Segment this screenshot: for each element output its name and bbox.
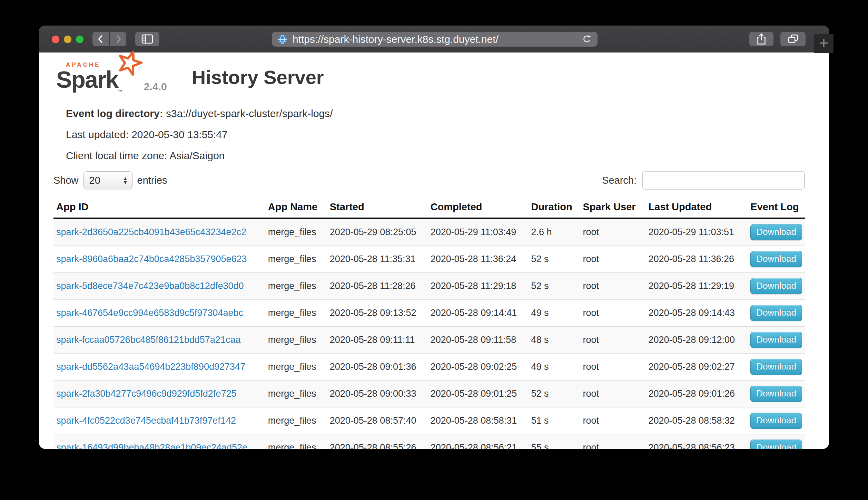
spark-user-cell: root	[580, 300, 646, 327]
duration-cell: 52 s	[529, 381, 580, 407]
completed-cell: 2020-05-28 11:36:24	[428, 246, 529, 273]
table-row: spark-dd5562a43aa54694b223bf890d927347 m…	[53, 354, 805, 381]
safari-window: https://spark-history-server.k8s.stg.duy…	[39, 26, 829, 449]
last-updated-cell: 2020-05-28 09:12:00	[645, 327, 748, 354]
app-id-link[interactable]: spark-16493d99beba48b28ae1b09ec24ad52e	[56, 442, 247, 449]
history-table: App ID App Name Started Completed Durati…	[53, 198, 805, 449]
app-name-cell: merge_files	[265, 273, 327, 300]
chevron-left-icon	[96, 34, 106, 44]
tab-overview-button[interactable]	[780, 32, 806, 46]
page-size-select[interactable]: 20 ▲▼	[83, 171, 132, 189]
download-button[interactable]: Download	[750, 305, 802, 321]
download-button[interactable]: Download	[750, 440, 802, 449]
started-cell: 2020-05-28 09:01:36	[327, 354, 428, 381]
app-name-cell: merge_files	[265, 354, 327, 381]
app-name-cell: merge_files	[265, 246, 327, 273]
zoom-button[interactable]	[76, 36, 83, 43]
duration-cell: 51 s	[529, 407, 580, 434]
app-name-cell: merge_files	[265, 381, 327, 407]
started-cell: 2020-05-28 09:13:52	[327, 300, 428, 327]
table-row: spark-4fc0522cd3e745ecbaf41b73f97ef142 m…	[53, 407, 805, 434]
duration-cell: 49 s	[529, 300, 580, 327]
forward-button[interactable]	[110, 32, 126, 46]
download-button[interactable]: Download	[750, 359, 802, 375]
app-id-link[interactable]: spark-dd5562a43aa54694b223bf890d927347	[56, 362, 245, 372]
column-header-spark-user[interactable]: Spark User	[580, 198, 646, 218]
reload-icon[interactable]	[582, 34, 592, 45]
search-label: Search:	[602, 175, 637, 186]
duration-cell: 49 s	[529, 354, 580, 381]
search-input[interactable]	[642, 171, 805, 190]
table-row: spark-2d3650a225cb4091b43e65c43234e2c2 m…	[53, 218, 805, 246]
started-cell: 2020-05-29 08:25:05	[327, 218, 428, 246]
share-button[interactable]	[749, 32, 773, 46]
last-updated-cell: 2020-05-28 09:01:26	[645, 381, 748, 407]
page-size-value: 20	[89, 175, 123, 186]
last-updated-cell: 2020-05-28 08:56:23	[645, 434, 748, 449]
client-timezone: Client local time zone: Asia/Saigon	[66, 150, 805, 162]
close-button[interactable]	[52, 36, 59, 43]
completed-cell: 2020-05-28 08:56:21	[428, 434, 529, 449]
started-cell: 2020-05-28 11:35:31	[327, 246, 428, 273]
completed-cell: 2020-05-28 11:29:18	[428, 273, 529, 300]
column-header-last-updated[interactable]: Last Updated	[645, 198, 748, 218]
download-button[interactable]: Download	[750, 251, 802, 267]
completed-cell: 2020-05-28 09:11:58	[428, 327, 529, 354]
column-header-completed[interactable]: Completed	[428, 198, 529, 218]
safari-toolbar: https://spark-history-server.k8s.stg.duy…	[39, 26, 829, 52]
spark-user-cell: root	[580, 273, 646, 300]
minimize-button[interactable]	[64, 36, 71, 43]
window-controls	[52, 36, 83, 43]
last-updated-cell: 2020-05-28 11:36:26	[645, 246, 748, 273]
app-name-cell: merge_files	[265, 327, 327, 354]
page-content: APACHE Spark™ 2.4.0 History Server Event…	[39, 58, 829, 449]
download-button[interactable]: Download	[750, 386, 802, 402]
back-button[interactable]	[92, 32, 109, 46]
started-cell: 2020-05-28 09:11:11	[327, 327, 428, 354]
column-header-event-log[interactable]: Event Log	[748, 198, 805, 218]
tabs-icon	[787, 34, 799, 44]
address-bar[interactable]: https://spark-history-server.k8s.stg.duy…	[272, 32, 598, 47]
app-id-link[interactable]: spark-fccaa05726bc485f86121bdd57a21caa	[56, 335, 240, 345]
app-id-link[interactable]: spark-2fa30b4277c9496c9d929fd5fd2fe725	[56, 388, 236, 399]
column-header-started[interactable]: Started	[327, 198, 428, 218]
spark-user-cell: root	[580, 354, 646, 381]
last-updated-cell: 2020-05-29 11:03:51	[645, 218, 748, 246]
last-updated-cell: 2020-05-28 09:02:27	[645, 354, 748, 381]
table-row: spark-fccaa05726bc485f86121bdd57a21caa m…	[53, 327, 805, 354]
app-name-cell: merge_files	[265, 434, 327, 449]
globe-favicon	[277, 34, 288, 45]
column-header-duration[interactable]: Duration	[529, 198, 580, 218]
spark-version: 2.4.0	[144, 81, 167, 93]
sidebar-button[interactable]	[135, 32, 159, 46]
app-id-link[interactable]: spark-467654e9cc994e6583d9c5f97304aebc	[56, 308, 243, 318]
last-updated: Last updated: 2020-05-30 13:55:47	[66, 129, 805, 141]
column-header-app-name[interactable]: App Name	[265, 198, 327, 218]
entries-label: entries	[137, 175, 167, 186]
share-icon	[756, 33, 767, 45]
page-header: APACHE Spark™ 2.4.0 History Server	[53, 58, 805, 96]
download-button[interactable]: Download	[750, 332, 802, 348]
table-header: App ID App Name Started Completed Durati…	[53, 198, 805, 218]
started-cell: 2020-05-28 11:28:26	[327, 273, 428, 300]
spark-user-cell: root	[580, 381, 646, 407]
duration-cell: 52 s	[529, 273, 580, 300]
download-button[interactable]: Download	[750, 278, 802, 294]
page-size-control: Show 20 ▲▼ entries	[53, 171, 167, 189]
app-id-link[interactable]: spark-5d8ece734e7c423e9ba0b8c12dfe30d0	[56, 281, 244, 291]
duration-cell: 55 s	[529, 434, 580, 449]
completed-cell: 2020-05-28 09:01:25	[428, 381, 529, 407]
column-header-app-id[interactable]: App ID	[53, 198, 265, 218]
spark-user-cell: root	[580, 407, 646, 434]
background-new-tab-button[interactable]: +	[814, 34, 834, 53]
started-cell: 2020-05-28 08:57:40	[327, 407, 428, 434]
download-button[interactable]: Download	[750, 224, 802, 240]
sidebar-icon	[141, 34, 154, 44]
app-id-link[interactable]: spark-8960a6baa2c74b0ca4285b357905e623	[56, 254, 247, 264]
download-button[interactable]: Download	[750, 413, 802, 429]
table-row: spark-2fa30b4277c9496c9d929fd5fd2fe725 m…	[53, 381, 805, 407]
app-id-link[interactable]: spark-2d3650a225cb4091b43e65c43234e2c2	[56, 227, 246, 237]
duration-cell: 2.6 h	[529, 218, 580, 246]
app-id-link[interactable]: spark-4fc0522cd3e745ecbaf41b73f97ef142	[56, 415, 236, 426]
search-control: Search:	[602, 171, 805, 190]
